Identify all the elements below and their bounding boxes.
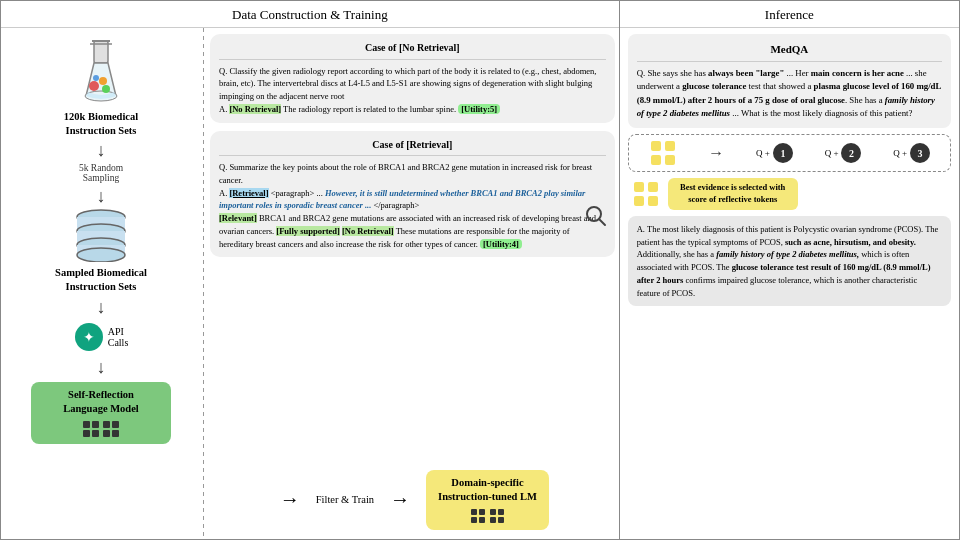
svg-rect-27 <box>471 509 477 515</box>
svg-rect-17 <box>83 421 90 428</box>
down-arrow-3: ↓ <box>97 298 106 316</box>
nr-answer-prefix: A. <box>219 104 229 114</box>
svg-rect-39 <box>634 182 644 192</box>
left-title: Data Construction & Training <box>1 1 619 28</box>
svg-point-14 <box>77 248 125 262</box>
circle-2: 2 <box>841 143 861 163</box>
svg-rect-42 <box>648 196 658 206</box>
api-row: ✦ APICalls <box>74 322 129 352</box>
svg-rect-23 <box>103 430 110 437</box>
svg-rect-29 <box>471 517 477 523</box>
filter-arrow: → <box>280 488 300 511</box>
sampled-label: Sampled BiomedicalInstruction Sets <box>55 266 147 293</box>
circle-1: 1 <box>773 143 793 163</box>
domain-line1: Domain-specific <box>438 476 537 491</box>
svg-rect-21 <box>103 421 110 428</box>
right-panel: Inference MedQA Q. She says she has alwa… <box>620 1 959 540</box>
down-arrow-2: ↓ <box>97 187 106 205</box>
left-panel-title: Data Construction & Training <box>232 7 388 22</box>
sparkle-icon-2 <box>632 180 660 208</box>
srlm-icon-2 <box>102 420 120 438</box>
case-retrieval-body: Q. Summarize the key points about the ro… <box>219 161 606 250</box>
svg-rect-36 <box>665 141 675 151</box>
svg-rect-37 <box>651 155 661 165</box>
api-label: APICalls <box>108 326 129 348</box>
q-text-3: Q + <box>893 148 907 158</box>
r-paragraph-open: <paragraph> ... <box>271 188 325 198</box>
case-no-retrieval-body: Q. Classify the given radiology report a… <box>219 65 606 116</box>
svg-rect-28 <box>479 509 485 515</box>
r-answer-prefix: A. <box>219 188 229 198</box>
q-text-2: Q + <box>825 148 839 158</box>
arrow-right-1: → <box>708 144 724 162</box>
svg-point-3 <box>99 77 107 85</box>
r-retrieval-tag: [Retrieval] <box>229 188 268 198</box>
r-utility-tag: [Utility:4] <box>480 239 522 249</box>
domain-icon-2 <box>489 508 505 524</box>
flask-icon <box>66 36 136 106</box>
chatgpt-icon: ✦ <box>74 322 104 352</box>
q-plus-1-group: Q + 1 <box>756 143 793 163</box>
down-arrow-4: ↓ <box>97 358 106 376</box>
right-inner: MedQA Q. She says she has always been "l… <box>620 28 959 312</box>
answer-text-2: Additionally, she has a <box>637 249 716 259</box>
search-icon <box>585 205 607 227</box>
svg-rect-41 <box>634 196 644 206</box>
r-no-retrieval2-tag: [No Retrieval] <box>342 226 394 236</box>
q-text-1: Q + <box>756 148 770 158</box>
srlm-icon-row <box>41 420 161 438</box>
svg-text:✦: ✦ <box>83 329 95 345</box>
case-retrieval-title: Case of [Retrieval] <box>219 138 606 157</box>
cases-list: Case of [No Retrieval] Q. Classify the g… <box>210 34 615 464</box>
svg-rect-22 <box>112 421 119 428</box>
icon-column: 120k BiomedicalInstruction Sets ↓ 5k Ran… <box>1 28 201 540</box>
svg-rect-20 <box>92 430 99 437</box>
sparkle-icon-1 <box>649 139 677 167</box>
medqa-box: MedQA Q. She says she has always been "l… <box>628 34 951 128</box>
q-plus-3-group: Q + 3 <box>893 143 930 163</box>
srlm-icon-1 <box>82 420 100 438</box>
q-plus-2-group: Q + 2 <box>825 143 862 163</box>
domain-line2: Instruction-tuned LM <box>438 490 537 505</box>
domain-icons <box>438 508 537 524</box>
best-evidence-label: Best evidence is selected withscore of r… <box>680 182 785 204</box>
q-bold-2: main concern is her acne <box>811 68 904 78</box>
svg-rect-34 <box>498 517 504 523</box>
left-inner: 120k BiomedicalInstruction Sets ↓ 5k Ran… <box>1 28 619 540</box>
svg-point-5 <box>102 85 110 93</box>
down-arrow-1: ↓ <box>97 141 106 159</box>
database-icon <box>71 207 131 262</box>
train-arrow: → <box>390 488 410 511</box>
q-bold-1: always been "large" <box>708 68 784 78</box>
svg-point-2 <box>89 81 99 91</box>
filter-train-label: Filter & Train <box>316 494 374 505</box>
nr-utility-tag: [Utility:5] <box>458 104 500 114</box>
medqa-question: Q. She says she has always been "large" … <box>637 67 942 122</box>
filter-train-row: → Filter & Train → Domain-specific Instr… <box>210 464 615 534</box>
svg-rect-33 <box>490 517 496 523</box>
best-evidence-box: Best evidence is selected withscore of r… <box>668 178 798 210</box>
q-bold-3: glucose tolerance <box>682 81 746 91</box>
cases-wrapper: Case of [No Retrieval] Q. Classify the g… <box>210 34 615 534</box>
nr-answer-text: The radiology report is related to the l… <box>283 104 458 114</box>
answer-italic-1: family history of type 2 diabetes mellit… <box>716 249 859 259</box>
left-panel: Data Construction & Training <box>1 1 620 540</box>
r-relevant-tag: [Relevant] <box>219 213 257 223</box>
answer-box: A. The most likely diagnosis of this pat… <box>628 216 951 307</box>
nr-question: Q. Classify the given radiology report a… <box>219 66 596 102</box>
r-fully-supported-tag: [Fully supported] <box>276 226 340 236</box>
vertical-divider <box>203 28 204 540</box>
case-no-retrieval: Case of [No Retrieval] Q. Classify the g… <box>210 34 615 123</box>
svg-rect-24 <box>112 430 119 437</box>
domain-box: Domain-specific Instruction-tuned LM <box>426 470 549 530</box>
circle-3: 3 <box>910 143 930 163</box>
svg-rect-38 <box>665 155 675 165</box>
domain-icon-1 <box>470 508 486 524</box>
best-evidence-row: Best evidence is selected withscore of r… <box>628 178 951 210</box>
sampling-label: 5k RandomSampling <box>79 163 123 183</box>
case-column: Case of [No Retrieval] Q. Classify the g… <box>206 28 619 540</box>
svg-rect-19 <box>83 430 90 437</box>
right-panel-title: Inference <box>765 7 814 22</box>
retrieval-query-row: → Q + 1 Q + 2 Q + 3 <box>628 134 951 172</box>
answer-bold-1: such as acne, hirsutism, and obesity. <box>785 237 916 247</box>
